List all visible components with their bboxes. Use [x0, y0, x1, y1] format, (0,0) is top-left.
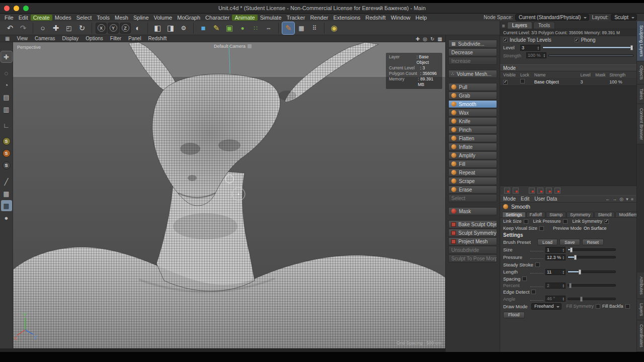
particles-icon[interactable]: ⠿: [308, 22, 320, 34]
camera-label[interactable]: Default Camera: [214, 44, 252, 49]
save-button[interactable]: Save: [559, 239, 580, 245]
move-gizmo-icon[interactable]: ✚: [1, 51, 12, 62]
spacing-checkbox[interactable]: [522, 277, 527, 281]
strength-input[interactable]: 100 %▴▾: [526, 52, 546, 58]
layer-lock-checkbox[interactable]: [520, 79, 525, 83]
menu-volume[interactable]: Volume: [151, 15, 175, 21]
view-orbit-icon[interactable]: ↻: [430, 36, 434, 42]
reset-button[interactable]: Reset: [582, 239, 604, 245]
flood-button[interactable]: Flood: [503, 312, 525, 318]
fill-symmetry-checkbox[interactable]: [596, 304, 600, 309]
menu-mesh[interactable]: Mesh: [112, 15, 131, 21]
tool-erase-button[interactable]: Erase: [448, 186, 497, 194]
merge-layer-icon[interactable]: [537, 188, 543, 194]
length-slider[interactable]: [568, 270, 616, 273]
orange-grid-icon[interactable]: ▦: [1, 188, 12, 199]
dotted-sphere-icon[interactable]: ◌: [1, 67, 12, 78]
redshift-menu[interactable]: Redshift: [148, 36, 167, 41]
z-axis-lock-button[interactable]: Z: [120, 23, 131, 34]
pressure-input[interactable]: 12.3 %▴▾: [545, 254, 566, 260]
side-tab-layers[interactable]: Layers: [637, 299, 644, 321]
cloner-icon[interactable]: ∷: [250, 22, 262, 34]
menu-redshift[interactable]: Redshift: [363, 15, 388, 21]
keep-visual-size-checkbox[interactable]: [539, 226, 544, 231]
strength-slider[interactable]: [548, 54, 633, 57]
quarter-sphere-icon[interactable]: ◔: [1, 79, 12, 90]
tool-amplify-button[interactable]: Amplify: [448, 151, 497, 159]
menu-window[interactable]: Window: [388, 15, 413, 21]
primitive-sphere-icon[interactable]: ●: [236, 22, 249, 34]
render-view-icon[interactable]: ◧: [151, 22, 164, 34]
scale-tool-icon[interactable]: ◰: [63, 22, 75, 34]
menu-mograph[interactable]: MoGraph: [175, 15, 203, 21]
menu-tools[interactable]: Tools: [94, 15, 112, 21]
tab-falloff[interactable]: Falloff: [526, 212, 545, 217]
load-button[interactable]: Load: [537, 239, 557, 245]
sculpt-object-orange-icon[interactable]: S: [1, 148, 12, 159]
include-top-levels-checkbox[interactable]: ✓: [503, 38, 508, 42]
sculpt-object-olive-icon[interactable]: S: [1, 136, 12, 147]
move-tool-icon[interactable]: ✚: [50, 22, 62, 34]
sculpt-to-pose-morph-button[interactable]: Sculpt To Pose Morph: [448, 254, 497, 262]
display-menu[interactable]: Display: [62, 36, 79, 41]
tool-fill-button[interactable]: Fill: [448, 160, 497, 168]
search-icon[interactable]: ◎: [619, 197, 623, 202]
level-input[interactable]: 3▴▾: [520, 45, 540, 51]
y-axis-lock-button[interactable]: Y: [108, 23, 119, 34]
add-layer-icon[interactable]: [504, 188, 510, 194]
x-axis-lock-button[interactable]: X: [96, 23, 107, 34]
percent-input[interactable]: 2▴▾: [545, 283, 566, 289]
list-icon[interactable]: ≡: [631, 197, 633, 202]
link-size-checkbox[interactable]: [524, 219, 528, 224]
active-layer-grid-icon[interactable]: ▦: [1, 200, 12, 211]
live-selection-icon[interactable]: ○: [37, 22, 49, 34]
angle-slider[interactable]: [568, 298, 616, 300]
tool-pull-button[interactable]: Pull: [448, 83, 497, 91]
menu-animate[interactable]: Animate: [232, 15, 257, 21]
knife-tool-icon[interactable]: ╱: [1, 176, 12, 187]
render-to-picture-viewer-icon[interactable]: ◨: [165, 22, 177, 34]
side-tab-sculpting-layers[interactable]: Sculpting Layers: [637, 21, 644, 61]
percent-slider[interactable]: [568, 284, 616, 287]
render-settings-icon[interactable]: ⚙: [178, 22, 190, 34]
tab-stamp[interactable]: Stamp: [546, 212, 566, 217]
level-slider[interactable]: [542, 46, 633, 49]
pressure-slider-handle[interactable]: [574, 255, 577, 260]
sculpt-object-dark-icon[interactable]: S: [1, 160, 12, 171]
bake-sculpt-objects-button[interactable]: Bake Sculpt Objects: [448, 220, 497, 228]
history-forward-icon[interactable]: →: [612, 197, 617, 202]
menu-spline[interactable]: Spline: [131, 15, 151, 21]
sculpt-brush-icon[interactable]: ✎: [282, 22, 294, 34]
rotate-tool-icon[interactable]: ↻: [76, 22, 88, 34]
attr-menu-edit[interactable]: Edit: [521, 196, 529, 202]
link-pressure-checkbox[interactable]: [563, 219, 568, 224]
mask-layer-icon[interactable]: [546, 188, 552, 194]
history-back-icon[interactable]: ←: [605, 197, 610, 202]
increase-button[interactable]: Increase: [448, 57, 497, 65]
polygon-mode-icon[interactable]: ▥: [1, 104, 12, 115]
angle-input[interactable]: 46 °▴▾: [545, 296, 566, 302]
edge-detect-checkbox[interactable]: [531, 290, 536, 294]
node-space-dropdown[interactable]: Current (Standard/Physical): [515, 14, 589, 21]
menu-select[interactable]: Select: [74, 15, 95, 21]
percent-slider-handle[interactable]: [569, 283, 572, 288]
3d-mesh-canvas[interactable]: Y X Z: [13, 42, 445, 348]
duplicate-layer-icon[interactable]: [529, 188, 535, 194]
level-slider-handle[interactable]: [630, 45, 633, 50]
filter-icon[interactable]: ▾: [626, 197, 628, 202]
menu-help[interactable]: Help: [413, 15, 430, 21]
preview-mode-value[interactable]: On Surface: [584, 226, 607, 231]
tab-stencil[interactable]: Stencil: [594, 212, 615, 217]
size-input[interactable]: 1▴▾: [545, 247, 566, 253]
menu-modes[interactable]: Modes: [52, 15, 74, 21]
redo-icon[interactable]: ↷: [17, 22, 29, 34]
tab-modifiers[interactable]: Modifiers: [615, 212, 636, 217]
tool-pinch-button[interactable]: Pinch: [448, 126, 497, 134]
view-pan-icon[interactable]: ✚: [416, 36, 420, 42]
undo-icon[interactable]: ↶: [4, 22, 16, 34]
light-icon[interactable]: ◉: [328, 22, 340, 34]
coordinate-system-icon[interactable]: ◐: [132, 22, 144, 34]
size-slider-handle[interactable]: [570, 247, 573, 252]
sculpt-symmetry-button[interactable]: Sculpt Symmetry: [448, 229, 497, 237]
tool-scrape-button[interactable]: Scrape: [448, 177, 497, 185]
